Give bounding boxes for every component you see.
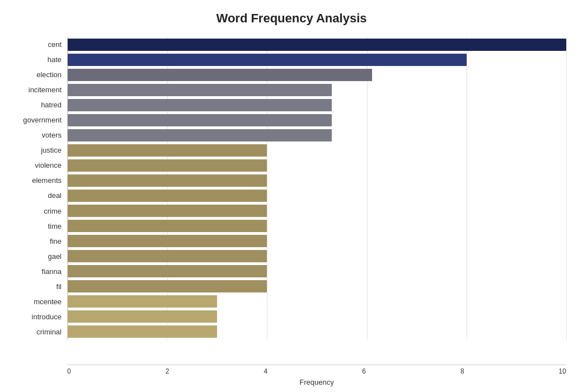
y-label: voters — [42, 131, 62, 139]
bar — [68, 69, 372, 81]
bar — [68, 54, 467, 66]
y-label: fil — [57, 283, 62, 290]
bar — [68, 205, 267, 217]
bar-row — [68, 204, 566, 218]
y-label: violence — [35, 162, 62, 169]
chart-title: Word Frequency Analysis — [17, 11, 566, 26]
y-label: deal — [48, 192, 62, 199]
y-label: election — [36, 71, 62, 78]
y-label: criminal — [36, 328, 62, 336]
bar-row — [68, 264, 566, 278]
bar — [68, 84, 332, 96]
bar-row — [68, 219, 566, 233]
y-label: cent — [48, 41, 62, 48]
bar-row — [68, 98, 566, 112]
x-axis-label: Frequency — [67, 378, 566, 386]
bars-area — [67, 37, 566, 339]
bar — [68, 280, 267, 292]
x-tick: 0 — [67, 367, 71, 375]
bar — [68, 99, 332, 111]
x-tick: 8 — [460, 367, 464, 375]
y-label: hatred — [41, 101, 62, 108]
y-label: crime — [44, 207, 62, 215]
y-label: government — [23, 116, 62, 124]
y-label: elements — [32, 177, 62, 184]
bar-row — [68, 158, 566, 173]
bar — [68, 174, 267, 187]
bar — [68, 265, 267, 277]
y-label: time — [48, 223, 62, 230]
x-tick: 2 — [166, 367, 170, 375]
x-axis: 0246810 Frequency — [67, 365, 566, 386]
bar-row — [68, 128, 566, 143]
y-label: introduce — [32, 313, 62, 320]
bar-row — [68, 113, 566, 127]
grid-line — [566, 37, 567, 339]
bar — [68, 190, 267, 202]
bar — [68, 310, 217, 323]
bar — [68, 144, 267, 157]
y-label: incitement — [29, 86, 62, 93]
y-label: mcentee — [34, 298, 62, 305]
bar — [68, 250, 267, 262]
bar-row — [68, 83, 566, 97]
bar — [68, 235, 267, 247]
bar-row — [68, 173, 566, 188]
bar-row — [68, 294, 566, 309]
bar — [68, 114, 332, 126]
bar-row — [68, 53, 566, 67]
x-ticks: 0246810 — [67, 367, 566, 375]
bar-row — [68, 143, 566, 158]
y-label: justice — [41, 147, 62, 154]
bar-row — [68, 68, 566, 82]
bar-row — [68, 249, 566, 263]
bar-row — [68, 309, 566, 324]
bar — [68, 129, 332, 141]
bar-row — [68, 324, 566, 339]
bar — [68, 295, 217, 308]
y-label: fianna — [42, 268, 62, 275]
y-label: fine — [50, 238, 62, 245]
chart-area: centhateelectionincitementhatredgovernme… — [17, 37, 566, 339]
bar-row — [68, 188, 566, 203]
bar — [68, 220, 267, 232]
y-axis: centhateelectionincitementhatredgovernme… — [17, 37, 67, 339]
x-tick: 10 — [559, 367, 566, 375]
bar-row — [68, 279, 566, 294]
bar-row — [68, 37, 566, 52]
y-label: gael — [48, 253, 62, 260]
bar — [68, 159, 267, 172]
bar — [68, 325, 217, 338]
bar — [68, 39, 566, 51]
chart-container: Word Frequency Analysis centhateelection… — [0, 0, 583, 392]
x-tick: 6 — [362, 367, 366, 375]
y-label: hate — [48, 56, 62, 63]
x-tick: 4 — [264, 367, 267, 375]
bar-row — [68, 234, 566, 248]
